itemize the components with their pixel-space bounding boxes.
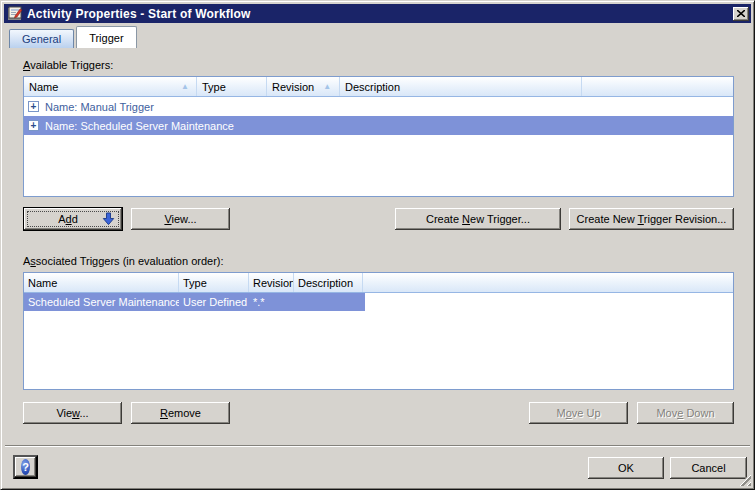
expand-plus-icon[interactable]: + xyxy=(28,120,39,131)
help-question-icon: ? xyxy=(21,459,30,475)
cell-type: User Defined xyxy=(179,296,249,308)
activity-properties-dialog: Activity Properties - Start of Workflow … xyxy=(0,0,755,490)
trigger-row-label: Name: Manual Trigger xyxy=(45,101,154,113)
trigger-row-scheduled-server-maintenance[interactable]: + Name: Scheduled Server Maintenance xyxy=(24,116,733,135)
associated-triggers-list: Name Type Revision Description Scheduled… xyxy=(23,272,734,390)
available-triggers-label: Available Triggers: xyxy=(23,59,113,71)
ok-button[interactable]: OK xyxy=(588,457,664,479)
column-header-name[interactable]: Name xyxy=(24,273,179,292)
move-up-button[interactable]: Move Up xyxy=(529,402,628,424)
footer-divider xyxy=(5,445,750,447)
add-button[interactable]: Add xyxy=(23,207,123,231)
column-header-empty[interactable] xyxy=(363,273,733,292)
view-associated-button[interactable]: View... xyxy=(23,402,122,424)
available-list-header: Name ▲ Type Revision ▲ Description xyxy=(24,77,733,97)
remove-button[interactable]: Remove xyxy=(131,402,230,424)
window-title: Activity Properties - Start of Workflow xyxy=(27,7,733,21)
column-header-type[interactable]: Type xyxy=(197,77,267,96)
close-button[interactable] xyxy=(733,7,749,21)
column-header-revision[interactable]: Revision ▲ xyxy=(267,77,340,96)
trigger-row-manual[interactable]: + Name: Manual Trigger xyxy=(24,97,733,116)
help-button[interactable]: ? xyxy=(13,455,38,479)
sort-ascending-icon: ▲ xyxy=(181,83,189,91)
tab-trigger[interactable]: Trigger xyxy=(76,26,136,48)
move-down-button[interactable]: Move Down xyxy=(637,402,734,424)
view-available-button[interactable]: View... xyxy=(131,208,230,230)
column-header-description[interactable]: Description xyxy=(294,273,363,292)
associated-trigger-row[interactable]: Scheduled Server Maintenance User Define… xyxy=(24,293,733,311)
tab-bar: General Trigger xyxy=(9,26,139,48)
sort-ascending-icon: ▲ xyxy=(323,83,331,91)
close-icon xyxy=(737,10,745,17)
activity-properties-icon xyxy=(7,6,23,21)
available-triggers-list: Name ▲ Type Revision ▲ Description + Nam… xyxy=(23,76,734,197)
trigger-row-label: Name: Scheduled Server Maintenance xyxy=(45,120,234,132)
selected-row-highlight: Scheduled Server Maintenance User Define… xyxy=(24,293,365,311)
title-bar[interactable]: Activity Properties - Start of Workflow xyxy=(4,4,751,23)
column-header-revision[interactable]: Revision xyxy=(249,273,294,292)
column-header-name[interactable]: Name ▲ xyxy=(24,77,197,96)
column-header-description[interactable]: Description xyxy=(340,77,582,96)
column-header-type[interactable]: Type xyxy=(179,273,249,292)
create-new-trigger-button[interactable]: Create New Trigger... xyxy=(395,208,561,230)
associated-list-header: Name Type Revision Description xyxy=(24,273,733,293)
add-dropdown-arrow-icon xyxy=(102,212,115,228)
expand-plus-icon[interactable]: + xyxy=(28,101,39,112)
associated-triggers-label: Associated Triggers (in evaluation order… xyxy=(23,255,224,267)
cancel-button[interactable]: Cancel xyxy=(670,457,747,479)
cell-revision: *.* xyxy=(249,296,294,308)
column-header-empty[interactable] xyxy=(582,77,733,96)
create-new-trigger-revision-button[interactable]: Create New Trigger Revision... xyxy=(569,208,734,230)
tab-general[interactable]: General xyxy=(9,29,74,48)
cell-name: Scheduled Server Maintenance xyxy=(24,296,179,308)
